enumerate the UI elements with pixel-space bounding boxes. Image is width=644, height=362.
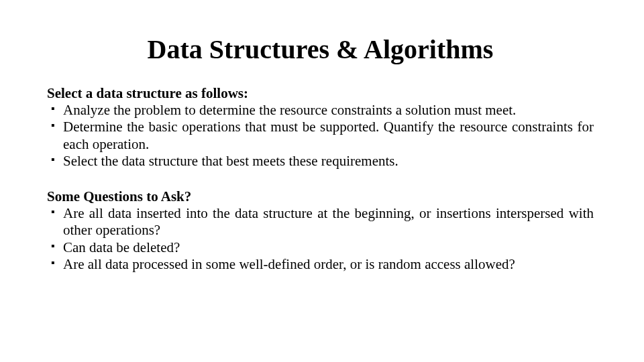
section-heading-1: Select a data structure as follows: bbox=[47, 85, 594, 102]
list-item: Select the data structure that best meet… bbox=[63, 153, 594, 170]
bullet-list-1: Analyze the problem to determine the res… bbox=[47, 102, 594, 170]
list-item: Determine the basic operations that must… bbox=[63, 119, 594, 152]
slide: Data Structures & Algorithms Select a da… bbox=[0, 0, 644, 362]
list-item: Are all data processed in some well-defi… bbox=[63, 256, 594, 273]
page-title: Data Structures & Algorithms bbox=[47, 34, 594, 65]
bullet-list-2: Are all data inserted into the data stru… bbox=[47, 205, 594, 273]
list-item: Analyze the problem to determine the res… bbox=[63, 102, 594, 119]
list-item: Are all data inserted into the data stru… bbox=[63, 205, 594, 239]
section-heading-2: Some Questions to Ask? bbox=[47, 188, 594, 205]
list-item: Can data be deleted? bbox=[63, 239, 594, 256]
